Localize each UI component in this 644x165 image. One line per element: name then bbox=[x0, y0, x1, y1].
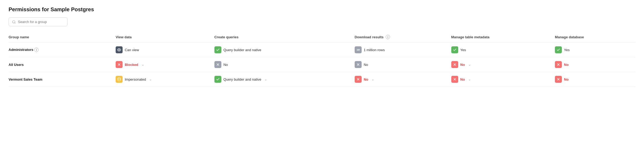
col-header-create-queries: Create queries bbox=[214, 33, 355, 43]
chevron-down-icon[interactable]: ⌄ bbox=[468, 77, 471, 81]
svg-point-13 bbox=[118, 78, 121, 79]
cell-content: Query builder and native ⌄ bbox=[214, 76, 351, 83]
search-container bbox=[9, 17, 635, 26]
table-row: Administratorsi Can view Query builder a… bbox=[9, 43, 635, 57]
cell-content: 1M 1 million rows bbox=[355, 46, 448, 53]
svg-line-1 bbox=[15, 22, 16, 23]
search-input-wrapper[interactable] bbox=[9, 17, 67, 26]
search-input[interactable] bbox=[18, 20, 64, 24]
group-name: Administrators bbox=[9, 48, 33, 52]
col-header-group-name: Group name bbox=[9, 33, 116, 43]
chevron-down-icon[interactable]: ⌄ bbox=[264, 77, 267, 81]
permission-value: Blocked bbox=[125, 63, 138, 67]
permission-value: Impersonated bbox=[125, 77, 146, 81]
permission-value: No bbox=[364, 77, 368, 81]
permission-value: No bbox=[460, 63, 465, 67]
permission-value: No bbox=[460, 77, 465, 81]
chevron-down-icon[interactable]: ⌄ bbox=[372, 77, 374, 81]
permission-badge bbox=[116, 46, 123, 53]
chevron-down-icon[interactable]: ⌄ bbox=[142, 63, 144, 66]
permission-badge bbox=[555, 61, 562, 68]
permission-value: 1 million rows bbox=[364, 48, 385, 52]
page-title: Permissions for Sample Postgres bbox=[9, 6, 635, 13]
cell-content: Query builder and native bbox=[214, 46, 351, 53]
group-name-cell: Administratorsi bbox=[9, 43, 116, 57]
cell-content: No ⌄ bbox=[451, 61, 552, 68]
col-header-view-data: View data bbox=[116, 33, 214, 43]
cell-content: Yes bbox=[451, 46, 552, 53]
svg-point-2 bbox=[119, 49, 120, 50]
table-header-row: Group name View data Create queries Down… bbox=[9, 33, 635, 43]
permissions-table: Group name View data Create queries Down… bbox=[9, 33, 635, 87]
permission-value: No bbox=[564, 77, 569, 81]
cell-content: Impersonated ⌄ bbox=[116, 76, 211, 83]
cell-content: Blocked ⌄ bbox=[116, 61, 211, 68]
col-header-download-results: Download results i bbox=[355, 33, 451, 43]
permission-badge bbox=[116, 76, 123, 83]
permission-value: Yes bbox=[460, 48, 466, 52]
permission-value: Yes bbox=[564, 48, 570, 52]
permission-badge bbox=[214, 76, 221, 83]
group-info-icon[interactable]: i bbox=[34, 48, 39, 52]
permission-badge bbox=[451, 76, 458, 83]
col-header-manage-table-metadata: Manage table metadata bbox=[451, 33, 555, 43]
col-header-manage-database: Manage database bbox=[555, 33, 635, 43]
search-icon bbox=[12, 20, 16, 24]
cell-content: No bbox=[355, 61, 448, 68]
cell-content: No bbox=[214, 61, 351, 68]
permission-value: No bbox=[564, 63, 569, 67]
group-name: All Users bbox=[9, 63, 24, 67]
chevron-down-icon[interactable]: ⌄ bbox=[149, 77, 152, 81]
chevron-down-icon[interactable]: ⌄ bbox=[468, 63, 471, 66]
table-row: Vermont Sales Team Impersonated ⌄ Query … bbox=[9, 72, 635, 87]
download-results-info-icon[interactable]: i bbox=[386, 35, 390, 39]
permission-badge bbox=[214, 46, 221, 53]
permission-badge: 1M bbox=[355, 46, 362, 53]
permission-badge bbox=[116, 61, 123, 68]
permission-badge bbox=[214, 61, 221, 68]
permission-value: Can view bbox=[125, 48, 139, 52]
permission-value: No bbox=[364, 63, 368, 67]
permission-badge bbox=[355, 76, 362, 83]
group-name-cell: All Users bbox=[9, 57, 116, 72]
cell-content: No ⌄ bbox=[355, 76, 448, 83]
permission-value: No bbox=[223, 63, 228, 67]
cell-content: No bbox=[555, 61, 632, 68]
group-name: Vermont Sales Team bbox=[9, 77, 42, 81]
table-row: All Users Blocked ⌄ No No No ⌄ bbox=[9, 57, 635, 72]
cell-content: Yes bbox=[555, 46, 632, 53]
permission-badge bbox=[451, 46, 458, 53]
permission-badge bbox=[355, 61, 362, 68]
cell-content: No bbox=[555, 76, 632, 83]
permission-value: Query builder and native bbox=[223, 77, 262, 81]
permission-value: Query builder and native bbox=[223, 48, 262, 52]
cell-content: No ⌄ bbox=[451, 76, 552, 83]
permission-badge bbox=[555, 76, 562, 83]
cell-content: Can view bbox=[116, 46, 211, 53]
group-name-cell: Vermont Sales Team bbox=[9, 72, 116, 87]
permission-badge bbox=[451, 61, 458, 68]
permission-badge bbox=[555, 46, 562, 53]
